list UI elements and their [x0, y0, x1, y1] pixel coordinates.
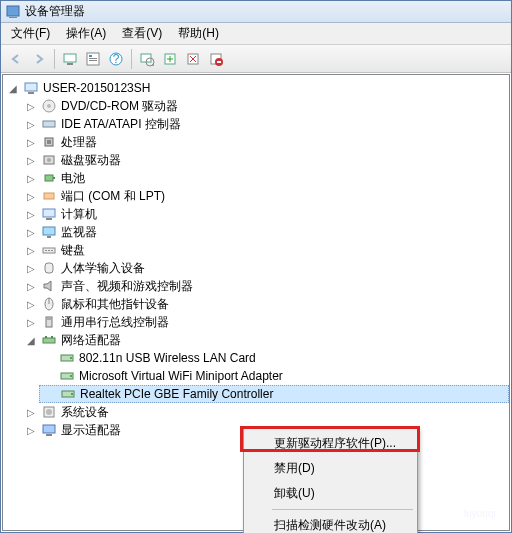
svg-rect-37	[45, 263, 53, 273]
svg-point-48	[70, 375, 72, 377]
category-node[interactable]: ▷系统设备	[21, 403, 509, 421]
category-label: 系统设备	[59, 404, 111, 421]
expand-icon[interactable]: ▷	[23, 206, 39, 222]
computer-icon	[41, 206, 57, 222]
tree-root[interactable]: ◢ USER-20150123SH	[3, 79, 509, 97]
device-node[interactable]: ▷Microsoft Virtual WiFi Miniport Adapter	[39, 367, 509, 385]
network-icon	[41, 332, 57, 348]
netcard-icon	[60, 386, 76, 402]
svg-rect-44	[51, 336, 53, 338]
svg-text:?: ?	[113, 52, 120, 66]
expand-icon[interactable]: ▷	[23, 170, 39, 186]
expand-icon[interactable]: ▷	[23, 260, 39, 276]
category-label: 显示适配器	[59, 422, 123, 439]
svg-rect-23	[47, 140, 51, 144]
menu-file[interactable]: 文件(F)	[3, 23, 58, 44]
netcard-icon	[59, 350, 75, 366]
svg-rect-41	[47, 317, 51, 320]
device-label: 802.11n USB Wireless LAN Card	[77, 351, 258, 365]
expand-icon[interactable]: ▷	[23, 314, 39, 330]
port-icon	[41, 188, 57, 204]
category-label: 人体学输入设备	[59, 260, 147, 277]
context-scan[interactable]: 扫描检测硬件改动(A)	[246, 513, 415, 533]
toolbar-update-button[interactable]	[159, 48, 181, 70]
toolbar-computer-button[interactable]	[59, 48, 81, 70]
svg-rect-27	[53, 177, 55, 179]
context-uninstall[interactable]: 卸载(U)	[246, 481, 415, 506]
category-node[interactable]: ▷键盘	[21, 241, 509, 259]
device-node[interactable]: ▷802.11n USB Wireless LAN Card	[39, 349, 509, 367]
svg-rect-28	[44, 193, 54, 199]
toolbar-uninstall-button[interactable]	[182, 48, 204, 70]
expand-icon[interactable]: ▷	[23, 404, 39, 420]
category-node[interactable]: ▷端口 (COM 和 LPT)	[21, 187, 509, 205]
expand-icon[interactable]: ▷	[23, 224, 39, 240]
svg-rect-5	[89, 55, 92, 57]
toolbar-properties-button[interactable]	[82, 48, 104, 70]
expand-icon[interactable]: ▷	[23, 242, 39, 258]
toolbar-scan-button[interactable]	[136, 48, 158, 70]
category-node[interactable]: ▷IDE ATA/ATAPI 控制器	[21, 115, 509, 133]
display-icon	[41, 422, 57, 438]
app-icon	[5, 4, 21, 20]
sound-icon	[41, 278, 57, 294]
category-label: 鼠标和其他指针设备	[59, 296, 171, 313]
category-node[interactable]: ▷磁盘驱动器	[21, 151, 509, 169]
category-node-network[interactable]: ◢网络适配器	[21, 331, 509, 349]
expand-icon[interactable]: ▷	[23, 296, 39, 312]
category-label: 计算机	[59, 206, 99, 223]
menu-action[interactable]: 操作(A)	[58, 23, 114, 44]
category-label: IDE ATA/ATAPI 控制器	[59, 116, 183, 133]
titlebar: 设备管理器	[1, 1, 511, 23]
computer-icon	[23, 80, 39, 96]
hid-icon	[41, 260, 57, 276]
toolbar-disable-button[interactable]	[205, 48, 227, 70]
svg-rect-43	[45, 336, 47, 338]
svg-rect-6	[89, 58, 97, 59]
expand-icon[interactable]: ▷	[23, 422, 39, 438]
expand-icon[interactable]: ▷	[23, 188, 39, 204]
svg-rect-29	[43, 209, 55, 217]
device-node[interactable]: ▷Realtek PCIe GBE Family Controller	[39, 385, 509, 403]
expand-icon[interactable]: ▷	[23, 134, 39, 150]
menu-view[interactable]: 查看(V)	[114, 23, 170, 44]
category-label: 电池	[59, 170, 87, 187]
svg-rect-36	[51, 250, 53, 251]
category-node[interactable]: ▷计算机	[21, 205, 509, 223]
menu-help[interactable]: 帮助(H)	[170, 23, 227, 44]
collapse-icon[interactable]: ◢	[23, 332, 39, 348]
svg-rect-53	[43, 425, 55, 433]
collapse-icon[interactable]: ◢	[5, 80, 21, 96]
nav-forward-button	[28, 48, 50, 70]
category-node[interactable]: ▷通用串行总线控制器	[21, 313, 509, 331]
expand-icon[interactable]: ▷	[23, 98, 39, 114]
toolbar-separator	[54, 49, 55, 69]
svg-rect-42	[43, 338, 55, 343]
toolbar-separator	[131, 49, 132, 69]
category-node[interactable]: ▷电池	[21, 169, 509, 187]
expand-icon[interactable]: ▷	[23, 152, 39, 168]
disc-icon	[41, 98, 57, 114]
category-node[interactable]: ▷监视器	[21, 223, 509, 241]
svg-rect-18	[28, 92, 34, 94]
svg-rect-32	[47, 236, 51, 238]
context-disable[interactable]: 禁用(D)	[246, 456, 415, 481]
battery-icon	[41, 170, 57, 186]
svg-rect-7	[89, 60, 97, 61]
category-node[interactable]: ▷处理器	[21, 133, 509, 151]
expand-icon[interactable]: ▷	[23, 278, 39, 294]
svg-rect-26	[45, 175, 53, 181]
device-label: Realtek PCIe GBE Family Controller	[78, 387, 275, 401]
toolbar-help-button[interactable]: ?	[105, 48, 127, 70]
category-node[interactable]: ▷人体学输入设备	[21, 259, 509, 277]
category-label: 键盘	[59, 242, 87, 259]
category-label: 通用串行总线控制器	[59, 314, 171, 331]
svg-rect-16	[217, 61, 221, 63]
expand-icon[interactable]: ▷	[23, 116, 39, 132]
category-label: 磁盘驱动器	[59, 152, 123, 169]
category-node[interactable]: ▷声音、视频和游戏控制器	[21, 277, 509, 295]
category-label: 端口 (COM 和 LPT)	[59, 188, 167, 205]
context-update-driver[interactable]: 更新驱动程序软件(P)...	[246, 431, 415, 456]
category-node[interactable]: ▷鼠标和其他指针设备	[21, 295, 509, 313]
category-node[interactable]: ▷DVD/CD-ROM 驱动器	[21, 97, 509, 115]
